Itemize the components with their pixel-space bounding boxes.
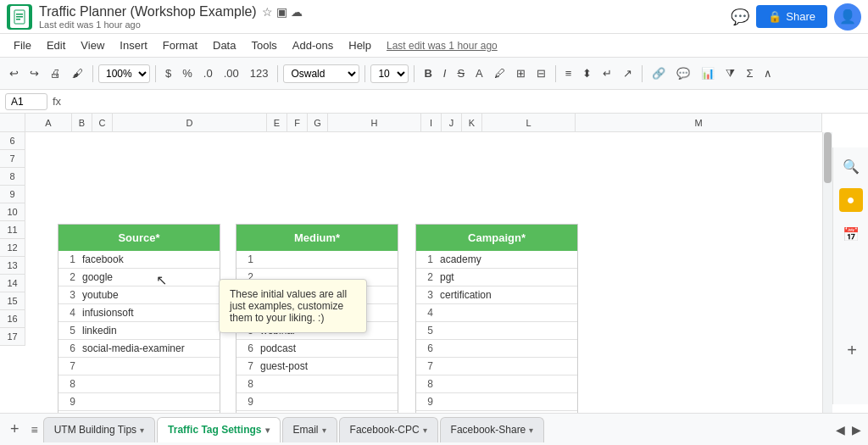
col-H[interactable]: H (328, 114, 421, 131)
campaign-row-7[interactable]: 7 (416, 358, 577, 375)
row-7[interactable]: 7 (0, 150, 25, 168)
tab-traffic-tag-settings[interactable]: Traffic Tag Settings ▾ (157, 417, 280, 442)
calendar-icon[interactable]: 📅 (839, 222, 863, 246)
source-row-7[interactable]: 7 (58, 358, 220, 375)
comment-button[interactable]: 💬 (731, 8, 749, 26)
merge-button[interactable]: ⊟ (532, 64, 550, 82)
campaign-row-1[interactable]: 1academy (416, 251, 577, 269)
star-icon[interactable]: ☆ (262, 5, 273, 19)
source-row-1[interactable]: 1facebook (58, 251, 220, 269)
campaign-row-3[interactable]: 3certification (416, 286, 577, 304)
v-scrollbar[interactable] (822, 132, 832, 437)
col-J[interactable]: J (442, 114, 462, 131)
strikethrough-button[interactable]: S (453, 64, 469, 82)
highlight-color-button[interactable]: 🖊 (490, 64, 509, 82)
account-icon[interactable]: 👤 (834, 3, 861, 31)
campaign-row-9[interactable]: 9 (416, 393, 577, 411)
currency-button[interactable]: $ (161, 64, 175, 82)
redo-button[interactable]: ↪ (25, 64, 43, 82)
formula-input[interactable] (66, 95, 863, 108)
menu-format[interactable]: Format (156, 37, 204, 53)
rotate-button[interactable]: ↗ (619, 64, 637, 82)
decimal1-button[interactable]: .0 (199, 64, 217, 82)
row-10[interactable]: 10 (0, 203, 25, 221)
percent-button[interactable]: % (178, 64, 197, 82)
filter-button[interactable]: ⧩ (721, 64, 739, 83)
tab-next-button[interactable]: ▶ (849, 420, 865, 440)
col-F[interactable]: F (287, 114, 308, 131)
collapse-toolbar-button[interactable]: ∧ (760, 64, 776, 82)
row-8[interactable]: 8 (0, 168, 25, 186)
source-row-9[interactable]: 9 (58, 393, 220, 411)
decimal2-button[interactable]: .00 (220, 64, 243, 82)
print-button[interactable]: 🖨 (46, 64, 65, 82)
tab-prev-button[interactable]: ◀ (832, 420, 849, 440)
undo-button[interactable]: ↩ (5, 64, 23, 82)
row-14[interactable]: 14 (0, 275, 25, 292)
medium-row-8[interactable]: 8 (236, 375, 398, 393)
campaign-row-4[interactable]: 4 (416, 304, 577, 322)
menu-data[interactable]: Data (206, 37, 242, 53)
tab-email[interactable]: Email ▾ (282, 417, 337, 442)
last-edit-menu[interactable]: Last edit was 1 hour ago (387, 40, 498, 52)
cell-ref-input[interactable] (5, 93, 47, 110)
row-16[interactable]: 16 (0, 310, 25, 328)
menu-help[interactable]: Help (342, 37, 378, 53)
campaign-row-2[interactable]: 2pgt (416, 269, 577, 286)
formula-button[interactable]: Σ (742, 64, 757, 82)
text-color-button[interactable]: A (471, 64, 487, 82)
menu-view[interactable]: View (74, 37, 111, 53)
medium-row-6[interactable]: 6podcast (236, 340, 398, 358)
menu-addons[interactable]: Add-ons (286, 37, 340, 53)
tab-facebook-cpc[interactable]: Facebook-CPC ▾ (339, 417, 438, 442)
medium-row-1[interactable]: 1 (236, 251, 398, 269)
font-size-select[interactable]: 10 (370, 64, 409, 83)
zoom-select[interactable]: 100% (98, 64, 150, 83)
row-12[interactable]: 12 (0, 239, 25, 257)
menu-tools[interactable]: Tools (244, 37, 283, 53)
add-sidebar-button[interactable]: + (840, 338, 864, 362)
col-I[interactable]: I (421, 114, 442, 131)
medium-row-9[interactable]: 9 (236, 393, 398, 411)
col-G[interactable]: G (308, 114, 328, 131)
source-row-4[interactable]: 4infusionsoft (58, 304, 220, 322)
decimal3-button[interactable]: 123 (246, 64, 273, 82)
source-row-6[interactable]: 6social-media-examiner (58, 340, 220, 358)
row-6[interactable]: 6 (0, 132, 25, 150)
row-15[interactable]: 15 (0, 292, 25, 310)
tab-facebook-share[interactable]: Facebook-Share ▾ (440, 417, 545, 442)
row-9[interactable]: 9 (0, 186, 25, 203)
align-button[interactable]: ≡ (561, 64, 576, 82)
link-button[interactable]: 🔗 (648, 64, 670, 82)
source-row-8[interactable]: 8 (58, 375, 220, 393)
keep-icon[interactable]: ● (839, 188, 863, 212)
folder-icon[interactable]: ▣ (276, 5, 287, 19)
bold-button[interactable]: B (420, 64, 436, 82)
col-C[interactable]: C (92, 114, 113, 131)
row-17[interactable]: 17 (0, 328, 25, 346)
col-B[interactable]: B (72, 114, 92, 131)
source-row-3[interactable]: 3youtube (58, 286, 220, 304)
explore-icon[interactable]: 🔍 (839, 154, 863, 178)
col-A[interactable]: A (25, 114, 72, 131)
row-11[interactable]: 11 (0, 221, 25, 239)
font-select[interactable]: Oswald (283, 64, 359, 83)
paint-format-button[interactable]: 🖌 (68, 64, 87, 82)
tab-utm-building-tips[interactable]: UTM Building Tips ▾ (43, 417, 155, 442)
col-K[interactable]: K (462, 114, 482, 131)
add-sheet-button[interactable]: + (3, 417, 26, 442)
sheet-list-button[interactable]: ≡ (26, 420, 43, 440)
campaign-row-8[interactable]: 8 (416, 375, 577, 393)
wrap-button[interactable]: ↵ (598, 64, 616, 82)
col-M[interactable]: M (576, 114, 822, 131)
source-row-2[interactable]: 2google (58, 269, 220, 286)
borders-button[interactable]: ⊞ (512, 64, 530, 82)
campaign-row-6[interactable]: 6 (416, 340, 577, 358)
row-13[interactable]: 13 (0, 257, 25, 275)
italic-button[interactable]: I (439, 64, 451, 82)
medium-row-7[interactable]: 7guest-post (236, 358, 398, 375)
comment-toolbar-button[interactable]: 💬 (672, 64, 694, 82)
menu-file[interactable]: File (7, 37, 38, 53)
col-L[interactable]: L (482, 114, 576, 131)
col-E[interactable]: E (267, 114, 287, 131)
